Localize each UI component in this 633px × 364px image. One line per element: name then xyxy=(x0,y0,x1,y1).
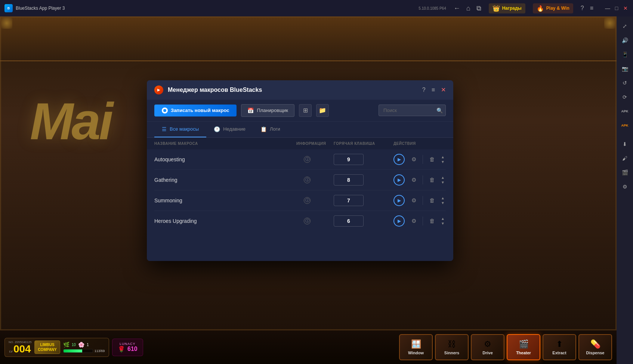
toolbar-grid-button[interactable]: ⊞ xyxy=(299,104,312,117)
delete-macro-2[interactable]: 🗑 xyxy=(427,175,437,185)
info-icon-4[interactable]: ⓘ xyxy=(304,218,311,224)
dialog-menu-button[interactable]: ≡ xyxy=(432,87,435,93)
dialog-tabs: ☰ Все макросы 🕐 Недавние 📋 Логи xyxy=(147,122,453,138)
main-content: Mai ▶ Менеджер макросов BlueStacks ? ≡ ✕ xyxy=(0,16,617,364)
info-icon-3[interactable]: ⓘ xyxy=(304,197,311,204)
info-icon-1[interactable]: ⓘ xyxy=(304,156,311,163)
search-input[interactable] xyxy=(379,105,446,116)
sidebar-film-btn[interactable]: 🎬 xyxy=(618,166,632,179)
playnwin-button[interactable]: 🔥 Play & Win xyxy=(533,3,573,13)
sidebar-apk-btn[interactable]: APK xyxy=(618,105,632,118)
drive-icon: ⚙ xyxy=(484,339,491,349)
sidebar-screen-btn[interactable]: 📱 xyxy=(618,48,632,61)
maximize-button[interactable]: □ xyxy=(614,5,620,11)
rewards-label: Награды xyxy=(502,6,522,11)
dialog-empty-area xyxy=(147,231,453,261)
resource-icon: 🌸 xyxy=(78,342,84,348)
record-dot xyxy=(163,109,166,112)
scheduler-label: Планировщик xyxy=(257,108,288,113)
table-row: Heroes Upgrading ⓘ ▶ ⚙ 🗑 ▲ ▼ xyxy=(154,211,446,231)
hotkey-input-1[interactable] xyxy=(334,154,364,165)
info-icon-2[interactable]: ⓘ xyxy=(304,177,311,183)
level-section: NO. Z055040125 LV 004 xyxy=(9,340,31,354)
reorder-down-1: ▼ xyxy=(441,160,445,164)
sidebar-speaker-btn[interactable]: 🔊 xyxy=(618,34,632,47)
action-sinners-btn[interactable]: ⛓ Sinners xyxy=(435,334,469,360)
close-window-button[interactable]: ✕ xyxy=(623,5,629,11)
settings-macro-4[interactable]: ⚙ xyxy=(408,216,419,226)
tab-logs[interactable]: 📋 Логи xyxy=(253,122,288,137)
dialog-toolbar: Записать новый макрос 📅 Планировщик ⊞ 📁 … xyxy=(147,100,453,122)
delete-macro-3[interactable]: 🗑 xyxy=(427,195,437,206)
search-box: 🔍 xyxy=(379,105,446,116)
copy-button[interactable]: ⧉ xyxy=(476,4,481,12)
rewards-icon: 👑 xyxy=(492,5,500,12)
macro-name-4: Heroes Upgrading xyxy=(154,218,296,224)
back-button[interactable]: ← xyxy=(454,4,460,12)
sinners-icon: ⛓ xyxy=(448,339,456,349)
sidebar-screenshot-btn[interactable]: 📷 xyxy=(618,62,632,75)
delete-macro-4[interactable]: 🗑 xyxy=(427,216,437,226)
toolbar-folder-button[interactable]: 📁 xyxy=(316,104,329,117)
sidebar-install-btn[interactable]: ⬇ xyxy=(618,137,632,151)
reorder-macro-2[interactable]: ▲ ▼ xyxy=(441,175,445,184)
delete-macro-1[interactable]: 🗑 xyxy=(427,154,437,165)
scheduler-button[interactable]: 📅 Планировщик xyxy=(241,104,294,117)
macro-hotkey-cell-4 xyxy=(334,215,393,227)
action-dispense-btn[interactable]: 💊 Dispense xyxy=(578,334,612,360)
search-button[interactable]: 🔍 xyxy=(436,108,443,113)
window-controls: — □ ✕ xyxy=(605,5,629,11)
dialog-help-button[interactable]: ? xyxy=(422,87,426,93)
sidebar-apk2-btn[interactable]: APK xyxy=(618,119,632,132)
sidebar-expand-btn[interactable]: ⤢ xyxy=(618,19,632,33)
settings-macro-3[interactable]: ⚙ xyxy=(408,195,419,206)
level-number: 004 xyxy=(13,344,31,354)
tab-all-macros[interactable]: ☰ Все макросы xyxy=(154,122,206,137)
sidebar-rotate-btn[interactable]: ⟳ xyxy=(618,90,632,104)
sidebar-brush-btn[interactable]: 🖌 xyxy=(618,152,632,165)
reorder-macro-3[interactable]: ▲ ▼ xyxy=(441,196,445,205)
action-theater-btn[interactable]: 🎬 Theater xyxy=(507,334,540,360)
lunacy-icon: 🌹 xyxy=(118,346,125,353)
reorder-down-2: ▼ xyxy=(441,180,445,184)
hp-icon: 🌿 xyxy=(63,342,70,348)
hotkey-input-4[interactable] xyxy=(334,215,364,227)
col-header-name: НАЗВАНИЕ МАКРОСА xyxy=(154,141,296,146)
reorder-macro-4[interactable]: ▲ ▼ xyxy=(441,217,445,225)
sinners-label: Sinners xyxy=(444,351,459,355)
play-macro-2[interactable]: ▶ xyxy=(393,174,405,186)
action-drive-btn[interactable]: ⚙ Drive xyxy=(471,334,504,360)
action-extract-btn[interactable]: ⬆ Extract xyxy=(543,334,576,360)
divider-2 xyxy=(423,175,423,184)
menu-button[interactable]: ≡ xyxy=(590,5,593,12)
help-button[interactable]: ? xyxy=(581,5,584,12)
play-macro-4[interactable]: ▶ xyxy=(393,215,405,227)
sidebar-refresh-btn[interactable]: ↺ xyxy=(618,76,632,90)
hotkey-input-3[interactable] xyxy=(334,195,364,206)
rewards-button[interactable]: 👑 Награды xyxy=(489,3,525,13)
titlebar: B BlueStacks App Player 3 5.10.0.1085 P6… xyxy=(0,0,633,16)
action-window-btn[interactable]: 🪟 Window xyxy=(399,334,433,360)
minimize-button[interactable]: — xyxy=(605,5,611,11)
macro-actions-3: ▶ ⚙ 🗑 ▲ ▼ xyxy=(393,195,446,206)
home-button[interactable]: ⌂ xyxy=(466,4,470,12)
tab-recent[interactable]: 🕐 Недавние xyxy=(206,122,253,137)
col-header-info: ИНФОРМАЦИЯ xyxy=(296,141,334,146)
titlebar-nav: ← ⌂ ⧉ xyxy=(454,4,481,12)
sidebar-settings-btn[interactable]: ⚙ xyxy=(618,180,632,193)
game-action-buttons: 🪟 Window ⛓ Sinners ⚙ Drive 🎬 Theater ⬆ E… xyxy=(399,334,612,360)
table-body: Autoquesting ⓘ ▶ ⚙ 🗑 ▲ ▼ xyxy=(147,149,453,231)
dialog-close-button[interactable]: ✕ xyxy=(441,86,446,93)
right-sidebar: ⤢ 🔊 📱 📷 ↺ ⟳ APK APK ⬇ 🖌 🎬 ⚙ xyxy=(617,16,633,364)
settings-macro-2[interactable]: ⚙ xyxy=(408,175,419,185)
record-macro-button[interactable]: Записать новый макрос xyxy=(154,105,237,116)
play-macro-3[interactable]: ▶ xyxy=(393,195,405,206)
play-macro-1[interactable]: ▶ xyxy=(393,154,405,165)
dialog-header-buttons: ? ≡ ✕ xyxy=(422,86,446,93)
macro-actions-4: ▶ ⚙ 🗑 ▲ ▼ xyxy=(393,215,446,227)
reorder-macro-1[interactable]: ▲ ▼ xyxy=(441,155,445,164)
tab-recent-label: Недавние xyxy=(223,126,246,132)
lunacy-value-row: 🌹 610 xyxy=(118,346,138,353)
settings-macro-1[interactable]: ⚙ xyxy=(408,154,419,165)
hotkey-input-2[interactable] xyxy=(334,174,364,186)
